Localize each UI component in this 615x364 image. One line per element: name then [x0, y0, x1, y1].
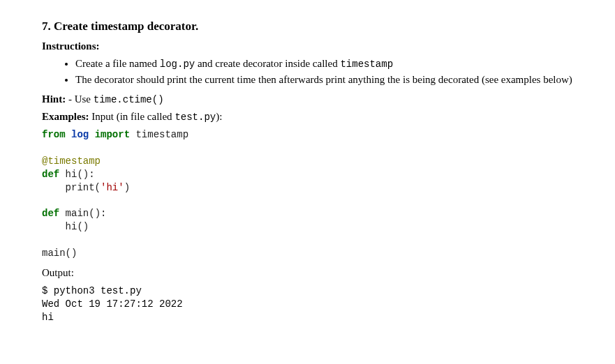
- output-label: Output:: [42, 267, 580, 279]
- instruction-item: The decorator should print the current t…: [75, 73, 580, 86]
- code-keyword-def: def: [42, 208, 59, 219]
- code-decorator: @timestamp: [42, 156, 101, 167]
- code-input-block: from log import timestamp @timestamp def…: [42, 128, 580, 260]
- code-line: ): [124, 182, 130, 193]
- examples-text: Input (in file called: [89, 111, 175, 122]
- instruction-text: and create decorator inside called: [195, 58, 340, 69]
- output-line: Wed Oct 19 17:27:12 2022: [42, 298, 183, 310]
- instruction-item: Create a file named log.py and create de…: [75, 56, 580, 71]
- code-keyword-def: def: [42, 169, 59, 180]
- instructions-list: Create a file named log.py and create de…: [42, 56, 580, 86]
- inline-code: time.ctime(): [94, 94, 164, 105]
- code-line: main(): [42, 248, 77, 259]
- inline-code: timestamp: [340, 59, 393, 70]
- instructions-label: Instructions:: [42, 40, 580, 52]
- code-keyword-import: import: [95, 129, 130, 140]
- code-identifier: timestamp: [130, 129, 188, 140]
- instruction-text: Create a file named: [75, 58, 160, 69]
- exercise-heading: 7. Create timestamp decorator.: [42, 20, 580, 33]
- examples-label: Examples:: [42, 111, 89, 122]
- inline-code: test.py: [175, 112, 216, 123]
- code-line: print(: [42, 182, 101, 193]
- code-output-block: $ python3 test.py Wed Oct 19 17:27:12 20…: [42, 285, 580, 324]
- examples-text: ):: [216, 111, 222, 122]
- code-keyword-from: from: [42, 129, 66, 140]
- code-func-sig: hi():: [59, 169, 94, 180]
- examples-line: Examples: Input (in file called test.py)…: [42, 111, 580, 123]
- inline-code: log.py: [160, 59, 195, 70]
- code-string: 'hi': [101, 182, 124, 193]
- instruction-text: The decorator should print the current t…: [75, 74, 572, 85]
- output-line: $ python3 test.py: [42, 285, 142, 296]
- code-module: log: [66, 129, 95, 140]
- hint-label: Hint:: [42, 93, 66, 105]
- hint-line: Hint: - Use time.ctime(): [42, 93, 580, 105]
- output-line: hi: [42, 312, 54, 323]
- hint-text: - Use: [66, 93, 94, 105]
- code-line: hi(): [42, 221, 89, 232]
- page-container: 7. Create timestamp decorator. Instructi…: [0, 0, 615, 345]
- code-func-sig: main():: [59, 208, 106, 219]
